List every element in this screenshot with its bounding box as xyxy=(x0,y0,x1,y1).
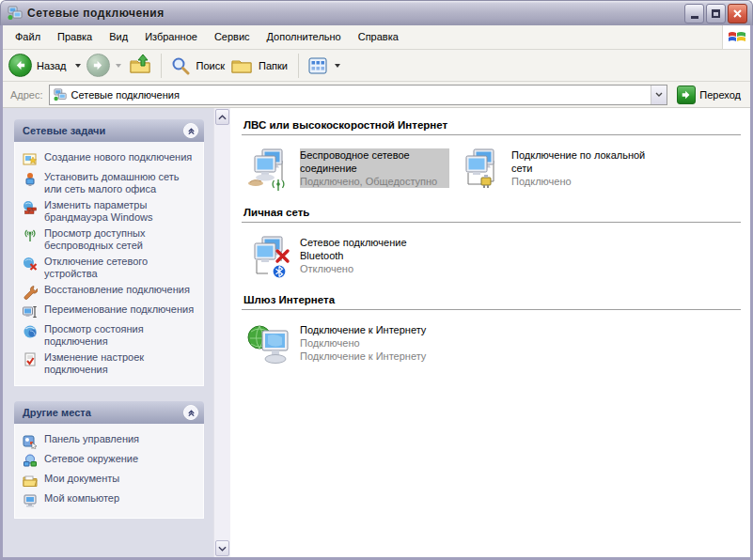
control-panel-icon xyxy=(23,434,39,449)
address-bar: Адрес: Сетевые подключения xyxy=(3,82,750,108)
address-input[interactable]: Сетевые подключения xyxy=(49,85,668,105)
windows-logo-icon xyxy=(722,25,750,49)
panel-network-tasks: Сетевые задачи Создание нового подключен… xyxy=(14,119,204,386)
folders-label: Папки xyxy=(259,60,288,71)
forward-dropdown-icon xyxy=(116,64,121,68)
go-button[interactable]: Переход xyxy=(673,86,746,104)
maximize-icon[interactable] xyxy=(706,4,726,23)
task-view-wireless[interactable]: Просмотр доступных беспроводных сетей xyxy=(22,226,199,254)
scroll-up-icon[interactable] xyxy=(215,109,229,125)
network-places-icon xyxy=(23,454,39,469)
back-arrow-icon xyxy=(8,54,32,77)
chevron-up-icon[interactable] xyxy=(183,123,198,138)
my-computer-icon xyxy=(23,493,39,508)
connection-status: Отключено xyxy=(300,263,353,274)
scroll-down-icon[interactable] xyxy=(215,540,229,556)
up-folder-icon xyxy=(129,54,151,78)
go-arrow-icon xyxy=(677,86,696,104)
back-dropdown-icon[interactable] xyxy=(75,64,81,68)
views-dropdown-icon[interactable] xyxy=(335,64,340,68)
task-change-settings[interactable]: Изменение настроек подключения xyxy=(22,350,199,378)
task-create-connection[interactable]: Создание нового подключения xyxy=(22,149,199,169)
window-title: Сетевые подключения xyxy=(27,7,684,20)
connection-name: Подключение к Интернету xyxy=(300,324,426,335)
views-grid-icon xyxy=(306,55,329,76)
panel-other-places-header[interactable]: Другие места xyxy=(14,401,204,424)
wireless-antenna-icon xyxy=(23,228,39,243)
place-my-computer[interactable]: Мой компьютер xyxy=(22,490,199,510)
menu-item-tools[interactable]: Сервис xyxy=(206,25,259,49)
connection-item-gateway[interactable]: Подключение к Интернету Подключено Подкл… xyxy=(247,323,449,366)
connection-item-wireless[interactable]: Беспроводное сетевое соединение Подключе… xyxy=(247,148,449,192)
rename-icon xyxy=(23,304,39,319)
menu-item-view[interactable]: Вид xyxy=(101,25,136,49)
menu-item-file[interactable]: Файл xyxy=(7,25,49,49)
firewall-icon xyxy=(23,200,39,215)
menu-item-edit[interactable]: Правка xyxy=(49,25,101,49)
back-label: Назад xyxy=(37,60,67,71)
home-network-icon xyxy=(23,172,39,187)
connection-status: Подключено xyxy=(511,176,572,187)
task-change-firewall[interactable]: Изменить параметры брандмауэра Windows xyxy=(22,197,199,226)
connection-name: Сетевое подключение Bluetooth xyxy=(300,237,407,261)
up-button[interactable] xyxy=(127,52,153,80)
folders-button[interactable]: Папки xyxy=(229,55,290,76)
connection-device: Подключение к Интернету xyxy=(300,350,426,362)
menu-item-help[interactable]: Справка xyxy=(350,25,407,49)
connections-list: ЛВС или высокоскоростной Интернет xyxy=(230,108,750,557)
panel-other-places: Другие места Панель управления xyxy=(14,401,204,519)
task-repair-connection[interactable]: Восстановление подключения xyxy=(22,282,199,302)
forward-arrow-icon xyxy=(86,54,110,77)
section-header-lan: ЛВС или высокоскоростной Интернет xyxy=(242,117,741,135)
forward-button[interactable] xyxy=(86,54,125,77)
search-icon xyxy=(169,54,192,77)
folders-icon xyxy=(229,55,254,76)
close-icon[interactable] xyxy=(728,4,747,23)
settings-check-icon xyxy=(23,352,39,367)
network-connections-icon xyxy=(7,6,24,21)
minimize-icon[interactable] xyxy=(684,4,704,23)
lan-connection-icon xyxy=(459,148,504,192)
task-view-status[interactable]: Просмотр состояния подключения xyxy=(22,321,199,350)
views-button[interactable] xyxy=(306,55,344,76)
new-connection-icon xyxy=(23,152,39,167)
search-label: Поиск xyxy=(196,60,225,71)
back-button[interactable]: Назад xyxy=(8,54,85,77)
section-header-gateway: Шлюз Интернета xyxy=(242,292,741,310)
menu-bar: Файл Правка Вид Избранное Сервис Дополни… xyxy=(3,25,750,50)
panel-title: Сетевые задачи xyxy=(23,125,183,136)
connection-name: Подключение по локальной сети xyxy=(511,149,645,174)
search-button[interactable]: Поиск xyxy=(169,54,227,77)
task-setup-home-network[interactable]: Установить домашнюю сеть или сеть малого… xyxy=(22,169,199,197)
place-my-documents[interactable]: Мои документы xyxy=(22,471,199,490)
vertical-scrollbar[interactable] xyxy=(213,108,230,557)
bluetooth-connection-icon xyxy=(247,236,292,279)
task-rename-connection[interactable]: Переименование подключения xyxy=(22,302,199,321)
address-value: Сетевые подключения xyxy=(71,89,651,101)
network-connections-icon xyxy=(53,88,68,101)
titlebar[interactable]: Сетевые подключения xyxy=(0,0,753,25)
connection-item-bluetooth[interactable]: Сетевое подключение Bluetooth Отключено xyxy=(247,236,449,279)
my-documents-icon xyxy=(23,474,39,489)
connection-status: Подключено, Общедоступно xyxy=(300,176,437,187)
task-disable-device[interactable]: Отключение сетевого устройства xyxy=(22,254,199,282)
standard-toolbar: Назад xyxy=(3,50,750,82)
wireless-connection-icon xyxy=(247,148,292,192)
status-globe-icon xyxy=(23,324,39,339)
place-network-places[interactable]: Сетевое окружение xyxy=(22,451,199,471)
internet-gateway-icon xyxy=(247,323,292,366)
connection-item-lan[interactable]: Подключение по локальной сети Подключено xyxy=(459,148,661,192)
menu-item-advanced[interactable]: Дополнительно xyxy=(259,25,350,49)
go-label: Переход xyxy=(699,89,741,101)
network-connections-window: Сетевые подключения Файл Правка Вид Избр… xyxy=(0,0,753,560)
disable-device-icon xyxy=(23,257,39,272)
panel-network-tasks-header[interactable]: Сетевые задачи xyxy=(14,119,204,142)
address-label: Адрес: xyxy=(10,89,43,101)
chevron-up-icon[interactable] xyxy=(183,405,198,420)
menu-item-favorites[interactable]: Избранное xyxy=(136,25,206,49)
connection-name: Беспроводное сетевое соединение xyxy=(300,149,410,174)
place-control-panel[interactable]: Панель управления xyxy=(22,431,199,451)
panel-title: Другие места xyxy=(23,407,183,418)
chevron-down-icon[interactable] xyxy=(651,86,667,104)
connection-status: Подключено xyxy=(300,337,360,349)
